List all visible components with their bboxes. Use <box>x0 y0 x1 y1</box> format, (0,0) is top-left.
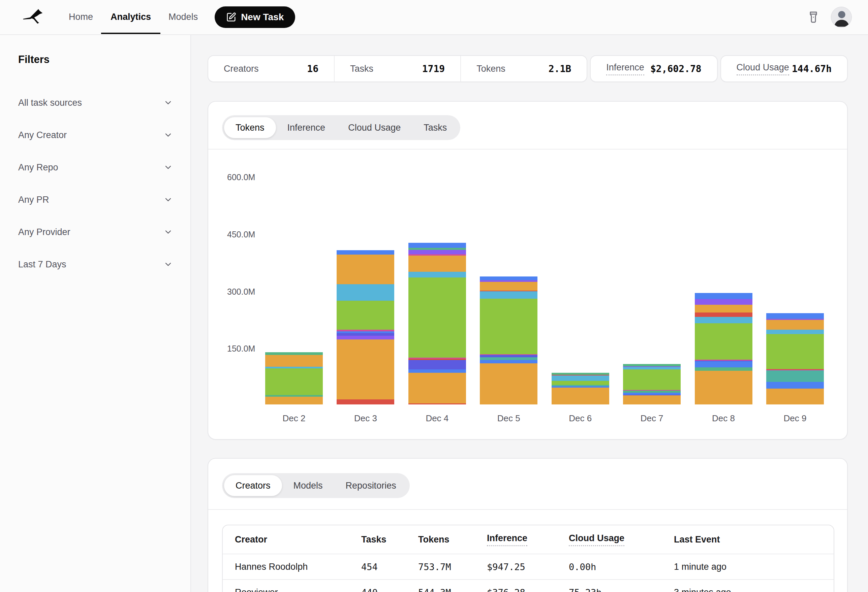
stat-inference[interactable]: Inference$2,602.78 <box>591 56 717 81</box>
nav-link-models[interactable]: Models <box>168 0 198 34</box>
col-header-label: Cloud Usage <box>569 533 624 546</box>
top-nav: HomeAnalyticsModels New Task <box>0 0 868 35</box>
new-task-button[interactable]: New Task <box>215 6 295 28</box>
bar-segment-blue <box>766 313 824 319</box>
filter-label: Any Repo <box>18 162 58 173</box>
bar-segment-cyan <box>766 330 824 334</box>
chart-tab-inference[interactable]: Inference <box>276 117 337 138</box>
chart-x-labels: Dec 2Dec 3Dec 4Dec 5Dec 6Dec 7Dec 8Dec 9 <box>265 413 824 424</box>
filter-last-7-days[interactable]: Last 7 Days <box>0 248 190 281</box>
chart-tab-tokens[interactable]: Tokens <box>224 117 276 138</box>
y-axis-tick: 300.0M <box>227 287 255 296</box>
bar-segment-red <box>408 404 466 404</box>
bar-segment-green <box>623 370 681 390</box>
main-content: Creators16Tasks1719Tokens2.1BInference$2… <box>191 35 868 592</box>
nav-right <box>806 7 852 28</box>
bar-dec-4[interactable] <box>408 243 466 404</box>
x-axis-label: Dec 2 <box>265 413 323 424</box>
col-header-label: Creator <box>235 535 267 545</box>
filter-list: All task sourcesAny CreatorAny RepoAny P… <box>0 87 190 281</box>
col-header-inference[interactable]: Inference <box>487 533 569 546</box>
bar-dec-7[interactable] <box>623 364 681 404</box>
table-row-rooviewer[interactable]: Rooviewer440544.3M$376.2875.23h3 minutes… <box>223 579 834 592</box>
bar-segment-blue <box>480 360 537 363</box>
bar-dec-3[interactable] <box>337 250 394 404</box>
bar-segment-orange <box>337 255 394 284</box>
bar-segment-green <box>766 334 824 369</box>
square-pen-icon <box>226 12 236 22</box>
stat-cloud-usage[interactable]: Cloud Usage144.67h <box>721 56 847 81</box>
bar-segment-cyan <box>695 317 753 323</box>
chevron-down-icon <box>164 227 173 237</box>
bar-segment-indigo <box>408 360 466 370</box>
breakdown-tab-repositories[interactable]: Repositories <box>334 475 408 496</box>
chevron-down-icon <box>164 195 173 205</box>
bar-segment-red <box>695 312 753 317</box>
flashlight-icon[interactable] <box>806 10 821 25</box>
bar-segment-teal <box>480 357 537 360</box>
bar-segment-orange <box>766 320 824 330</box>
bar-segment-seafoam <box>695 367 753 371</box>
bar-dec-5[interactable] <box>480 277 537 404</box>
col-header-label: Tokens <box>418 535 450 545</box>
nav-link-home[interactable]: Home <box>69 0 93 34</box>
chevron-down-icon <box>164 98 173 108</box>
table-body: Hannes Roodolph454753.7M$947.250.00h1 mi… <box>223 554 834 592</box>
creators-table: CreatorTasksTokensInferenceCloud UsageLa… <box>222 525 834 592</box>
cell-last_event: 3 minutes ago <box>674 587 834 592</box>
bar-segment-indigo <box>480 355 537 357</box>
col-header-label: Inference <box>487 533 527 546</box>
breakdown-tab-creators[interactable]: Creators <box>224 475 282 496</box>
bar-segment-cyan <box>337 284 394 301</box>
filter-label: Any PR <box>18 194 49 205</box>
bar-segment-blue <box>695 361 753 367</box>
table-row-hannes-roodolph[interactable]: Hannes Roodolph454753.7M$947.250.00h1 mi… <box>223 554 834 579</box>
filter-label: Any Provider <box>18 227 71 237</box>
nav-links: HomeAnalyticsModels <box>69 0 198 35</box>
bar-segment-teal <box>766 370 824 382</box>
bar-segment-orange <box>480 282 537 291</box>
bar-segment-blue <box>408 243 466 248</box>
filter-any-provider[interactable]: Any Provider <box>0 216 190 248</box>
user-avatar[interactable] <box>831 7 852 28</box>
stat-card: Creators16Tasks1719Tokens2.1B <box>208 55 587 82</box>
bar-segment-orange <box>480 363 537 404</box>
bar-segment-seafoam <box>623 364 681 367</box>
kangaroo-logo[interactable] <box>21 6 49 28</box>
x-axis-label: Dec 4 <box>408 413 466 424</box>
stat-label: Inference <box>606 62 644 75</box>
stat-card: Cloud Usage144.67h <box>720 55 848 82</box>
bar-dec-8[interactable] <box>695 293 753 404</box>
stat-value: $2,602.78 <box>650 63 701 74</box>
y-axis-tick: 600.0M <box>227 172 255 182</box>
col-header-tasks: Tasks <box>361 535 418 545</box>
chevron-down-icon <box>164 163 173 172</box>
col-header-cloud-usage[interactable]: Cloud Usage <box>569 533 674 546</box>
bar-dec-6[interactable] <box>552 373 609 404</box>
stat-tokens: Tokens2.1B <box>460 56 587 81</box>
bar-segment-green <box>695 323 753 359</box>
filter-all-task-sources[interactable]: All task sources <box>0 87 190 119</box>
bar-dec-2[interactable] <box>265 352 323 404</box>
filter-any-creator[interactable]: Any Creator <box>0 119 190 151</box>
bar-segment-blue <box>480 277 537 280</box>
stat-value: 144.67h <box>792 63 832 74</box>
cell-inference: $947.25 <box>487 562 569 572</box>
x-axis-label: Dec 7 <box>623 413 681 424</box>
bar-segment-cyan <box>480 291 537 298</box>
filter-any-repo[interactable]: Any Repo <box>0 151 190 184</box>
bar-segment-orange <box>695 305 753 313</box>
stat-value: 16 <box>307 63 319 74</box>
chevron-down-icon <box>164 130 173 140</box>
filter-label: Any Creator <box>18 130 67 140</box>
chart-tab-cloud-usage[interactable]: Cloud Usage <box>337 117 412 138</box>
bar-dec-9[interactable] <box>766 313 824 404</box>
bar-segment-blue <box>408 370 466 373</box>
nav-link-analytics[interactable]: Analytics <box>111 0 151 34</box>
breakdown-tab-models[interactable]: Models <box>282 475 334 496</box>
chart-tab-tasks[interactable]: Tasks <box>412 117 458 138</box>
bar-segment-orange <box>408 256 466 272</box>
col-header-label: Tasks <box>361 535 387 545</box>
filter-any-pr[interactable]: Any PR <box>0 184 190 216</box>
stat-value: 2.1B <box>549 63 571 74</box>
